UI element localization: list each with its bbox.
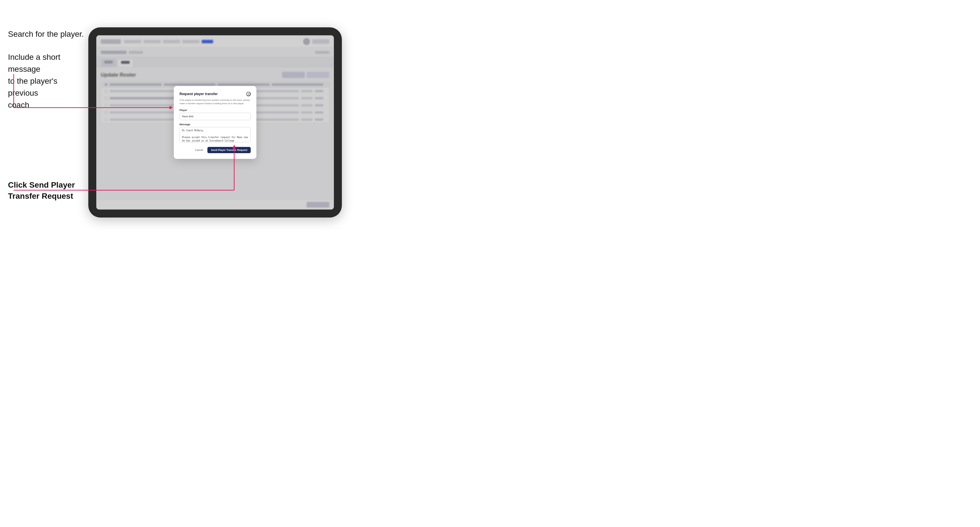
modal-overlay: Request player transfer × If the player …: [96, 35, 334, 210]
message-label: Message: [180, 123, 251, 126]
annotation-message: Include a short message to the player's …: [8, 51, 85, 111]
modal-header: Request player transfer ×: [180, 92, 251, 96]
tablet-device: Update Roster: [88, 27, 342, 217]
tablet-screen: Update Roster: [96, 35, 334, 210]
modal-footer: Cancel Send Player Transfer Request: [180, 147, 251, 153]
player-input[interactable]: [180, 113, 251, 120]
send-transfer-request-button[interactable]: Send Player Transfer Request: [207, 147, 251, 153]
annotation-search: Search for the player.: [8, 29, 84, 40]
cancel-button[interactable]: Cancel: [192, 148, 205, 152]
modal-description: If the player is transferring from anoth…: [180, 98, 251, 105]
annotation-click: Click Send Player Transfer Request: [8, 179, 85, 202]
transfer-request-modal: Request player transfer × If the player …: [174, 86, 256, 159]
message-textarea[interactable]: Hi Coach McHarg, Please accept this tran…: [180, 127, 251, 142]
modal-close-button[interactable]: ×: [246, 92, 251, 96]
modal-title: Request player transfer: [180, 92, 218, 96]
player-label: Player: [180, 109, 251, 112]
